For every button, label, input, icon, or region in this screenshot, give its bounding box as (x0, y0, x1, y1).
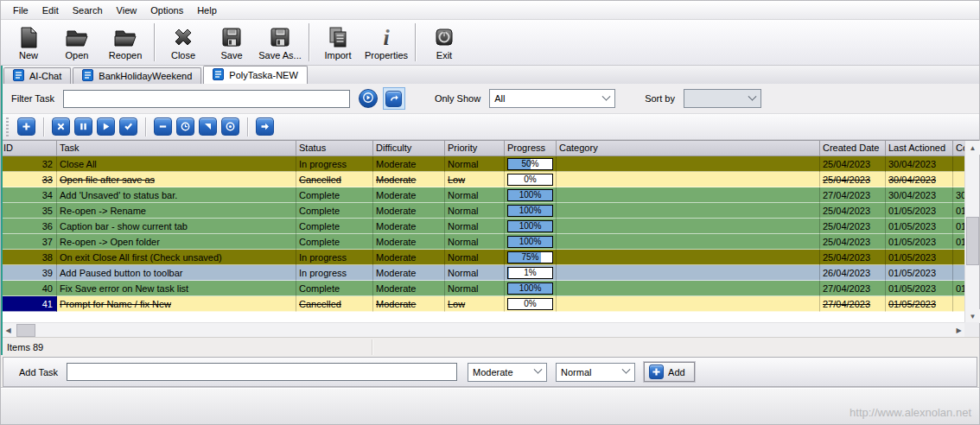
filter-task-input[interactable] (63, 90, 350, 108)
menu-item-help[interactable]: Help (190, 2, 224, 19)
cell-created-date[interactable]: 25/04/2023 (820, 234, 886, 250)
cell-status[interactable]: In progress (296, 250, 373, 265)
cell-last-actioned[interactable]: 01/05/2023 (886, 296, 953, 312)
cell-id[interactable]: 38 (1, 250, 57, 265)
cell-last-actioned[interactable]: 30/04/2023 (886, 187, 953, 203)
add-task-button[interactable]: Add (644, 362, 695, 382)
cell-task[interactable]: Add Paused button to toolbar (57, 265, 296, 281)
cell-progress[interactable]: 0% (505, 296, 557, 312)
cell-progress[interactable]: 100% (505, 234, 557, 250)
horizontal-scrollbar[interactable]: ◀ ▶ (1, 322, 966, 337)
clock-button[interactable] (176, 117, 194, 136)
task-row-35[interactable]: 35Re-open -> RenameCompleteModerateNorma… (1, 203, 966, 219)
pause-task-button[interactable] (74, 117, 92, 136)
cell-status[interactable]: Complete (296, 203, 373, 219)
column-header-id[interactable]: ID (1, 141, 57, 155)
cell-last-actioned[interactable]: 30/04/2023 (886, 156, 953, 172)
cell-task[interactable]: Prompt for Name / fix New (57, 296, 296, 312)
cell-difficulty[interactable]: Moderate (373, 219, 445, 234)
column-header-priority[interactable]: Priority (445, 141, 505, 155)
add-task-input[interactable] (67, 363, 457, 381)
cell-status[interactable]: Complete (296, 281, 373, 296)
cell-id[interactable]: 37 (1, 234, 57, 250)
cell-id[interactable]: 41 (1, 296, 57, 312)
cell-difficulty[interactable]: Moderate (373, 172, 445, 187)
cell-task[interactable]: Re-open -> Rename (57, 203, 296, 219)
toolbar-exit-button[interactable]: Exit (420, 22, 468, 63)
horizontal-scroll-thumb[interactable] (16, 324, 35, 337)
cell-created-date[interactable]: 25/04/2023 (820, 219, 886, 234)
cell-last-actioned[interactable]: 01/05/2023 (886, 281, 953, 296)
toolbar-save-button[interactable]: Save (207, 22, 256, 63)
cell-created-date[interactable]: 27/04/2023 (820, 296, 886, 312)
column-header-last-actioned[interactable]: Last Actioned (886, 141, 953, 155)
cell-progress[interactable]: 100% (505, 187, 557, 203)
target-button[interactable] (221, 117, 239, 136)
cell-difficulty[interactable]: Moderate (373, 156, 445, 172)
cell-created-date[interactable]: 27/04/2023 (820, 281, 886, 296)
cell-task[interactable]: On exit Close All first (Check unsaved) (57, 250, 296, 265)
cell-category[interactable] (557, 250, 820, 265)
cell-id[interactable]: 35 (1, 203, 57, 219)
cell-task[interactable]: Fix Save error on New task list (57, 281, 296, 296)
task-row-39[interactable]: 39Add Paused button to toolbarIn progres… (1, 265, 966, 281)
column-header-difficulty[interactable]: Difficulty (373, 141, 445, 155)
cell-category[interactable] (557, 281, 820, 296)
vertical-scrollbar[interactable]: ▲ ▼ (964, 141, 979, 323)
scroll-up-button[interactable]: ▲ (965, 141, 980, 155)
cell-category[interactable] (557, 265, 820, 281)
menu-item-view[interactable]: View (110, 2, 144, 19)
cell-id[interactable]: 40 (1, 281, 57, 296)
menu-item-file[interactable]: File (6, 2, 35, 19)
cell-progress[interactable]: 1% (505, 265, 557, 281)
task-row-40[interactable]: 40Fix Save error on New task listComplet… (1, 281, 966, 296)
cell-category[interactable] (557, 156, 820, 172)
cell-priority[interactable]: Normal (445, 250, 505, 265)
task-row-41[interactable]: 41Prompt for Name / fix NewCancelledMode… (1, 296, 966, 312)
cell-last-actioned[interactable]: 01/05/2023 (886, 234, 953, 250)
cell-last-actioned[interactable]: 01/05/2023 (886, 203, 953, 219)
cell-last-actioned[interactable]: 01/05/2023 (886, 219, 953, 234)
cell-status[interactable]: In progress (296, 265, 373, 281)
toolbar-close-button[interactable]: Close (159, 22, 207, 63)
task-row-36[interactable]: 36Caption bar - show current tabComplete… (1, 219, 966, 234)
cell-id[interactable]: 34 (1, 187, 57, 203)
cell-last-actioned[interactable]: 01/05/2023 (886, 265, 953, 281)
cell-id[interactable]: 33 (1, 172, 57, 187)
apply-filter-button[interactable] (359, 89, 378, 108)
task-row-38[interactable]: 38On exit Close All first (Check unsaved… (1, 250, 966, 265)
cell-priority[interactable]: Normal (445, 219, 505, 234)
cell-difficulty[interactable]: Moderate (373, 203, 445, 219)
cell-difficulty[interactable]: Moderate (373, 234, 445, 250)
cell-progress[interactable]: 50% (505, 156, 557, 172)
scroll-down-button[interactable]: ▼ (965, 309, 980, 323)
cell-difficulty[interactable]: Moderate (373, 265, 445, 281)
cell-task[interactable]: Open file after save as (57, 172, 296, 187)
column-header-created-date[interactable]: Created Date (820, 141, 886, 155)
tab-ai-chat[interactable]: AI-Chat (3, 67, 71, 84)
cell-category[interactable] (557, 234, 820, 250)
task-row-33[interactable]: 33Open file after save asCancelledModera… (1, 172, 966, 187)
cell-priority[interactable]: Normal (445, 234, 505, 250)
task-row-32[interactable]: 32Close AllIn progressModerateNormal50%2… (1, 156, 966, 172)
column-header-task[interactable]: Task (57, 141, 296, 155)
cell-last-actioned[interactable]: 30/04/2023 (886, 172, 953, 187)
cell-difficulty[interactable]: Moderate (373, 250, 445, 265)
cell-category[interactable] (557, 219, 820, 234)
refresh-filter-button[interactable] (383, 87, 405, 110)
cell-created-date[interactable]: 25/04/2023 (820, 250, 886, 265)
cell-status[interactable]: Cancelled (296, 296, 373, 312)
cell-progress[interactable]: 100% (505, 219, 557, 234)
only-show-select[interactable]: All (489, 89, 615, 108)
cell-last-actioned[interactable]: 01/05/2023 (886, 250, 953, 265)
cell-priority[interactable]: Low (445, 296, 505, 312)
cell-status[interactable]: Complete (296, 187, 373, 203)
cell-id[interactable]: 36 (1, 219, 57, 234)
cell-priority[interactable]: Normal (445, 265, 505, 281)
scroll-left-button[interactable]: ◀ (1, 323, 16, 337)
cell-created-date[interactable]: 25/04/2023 (820, 172, 886, 187)
cancel-task-button[interactable] (52, 117, 70, 136)
cell-progress[interactable]: 100% (505, 281, 557, 296)
remove-task-button[interactable] (154, 117, 172, 136)
cell-id[interactable]: 39 (1, 265, 57, 281)
